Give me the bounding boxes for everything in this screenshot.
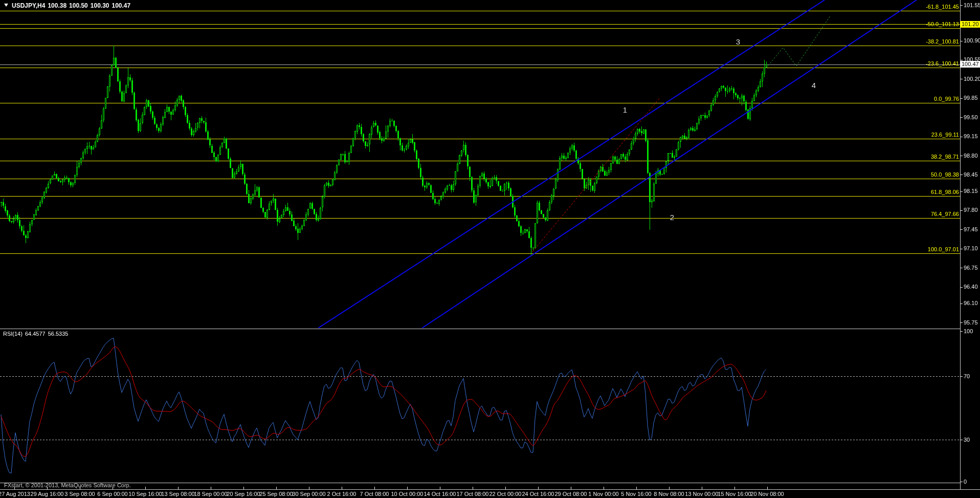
main-price-pane[interactable]	[0, 0, 960, 328]
time-axis-label: 14 Oct 16:00	[424, 491, 456, 497]
time-axis-label: 8 Nov 08:00	[654, 491, 684, 497]
title-open: 100.38	[48, 2, 66, 9]
title-low: 100.30	[91, 2, 109, 9]
time-axis-label: 3 Sep 08:00	[64, 491, 95, 497]
chart-title: USDJPY,H4100.38100.50100.30100.47	[4, 2, 133, 9]
time-axis-label: 29 Oct 08:00	[555, 491, 587, 497]
price-axis-label: 100.20	[964, 76, 980, 82]
fib-level-label: -23.6_100.41	[926, 60, 959, 67]
price-axis-label: 96.40	[964, 284, 978, 290]
wave-number-label: 3	[736, 38, 740, 45]
time-axis-label: 24 Oct 16:00	[522, 491, 554, 497]
price-axis[interactable]	[960, 0, 980, 489]
time-axis-label: 18 Sep 00:00	[194, 491, 227, 497]
rsi-value-main: 64.4577	[25, 331, 46, 337]
price-axis-label: 96.75	[964, 265, 978, 271]
price-axis-label: 98.45	[964, 171, 978, 178]
fib-level-label: 38.2_98.71	[931, 154, 959, 160]
rsi-axis-label: 100	[964, 328, 973, 335]
price-axis-label: 101.55	[964, 2, 980, 9]
time-axis-label: 20 Sep 16:00	[227, 491, 260, 497]
price-axis-label: 98.15	[964, 188, 978, 194]
price-axis-label: 99.15	[964, 133, 978, 140]
fib-level-label: 50.0_98.38	[931, 171, 959, 178]
title-high: 100.50	[69, 2, 88, 9]
rsi-pane[interactable]	[0, 329, 960, 483]
rsi-axis-label: 0	[964, 479, 967, 485]
time-axis-label: 7 Oct 08:00	[360, 491, 389, 497]
symbol-dropdown-icon[interactable]	[4, 4, 8, 7]
time-axis-label: 25 Sep 08:00	[259, 491, 293, 497]
wave-number-label: 4	[812, 82, 816, 89]
rsi-name: RSI(14)	[3, 331, 23, 337]
price-axis-label: 97.10	[964, 245, 978, 252]
time-axis-label: 6 Sep 00:00	[97, 491, 127, 497]
time-axis-label: 30 Sep 00:00	[292, 491, 325, 497]
rsi-indicator-label: RSI(14)64.457756.5335	[3, 331, 71, 337]
title-symbol: USDJPY,H4	[12, 2, 45, 9]
price-axis-label: 97.80	[964, 207, 978, 213]
time-axis-label: 22 Oct 00:00	[489, 491, 522, 497]
fib-level-label: 100.0_97.01	[928, 246, 959, 253]
rsi-axis-label: 30	[964, 437, 970, 443]
fib-level-label: 0.0_99.76	[934, 96, 959, 102]
time-axis-label: 10 Oct 00:00	[391, 491, 424, 497]
mt4-chart-window: 101.55101.20100.90100.55100.2099.8599.50…	[0, 0, 980, 498]
rsi-axis-label: 70	[964, 373, 970, 380]
price-axis-label: 99.85	[964, 95, 978, 101]
time-axis-label: 10 Sep 16:00	[128, 491, 162, 497]
fib-level-label: 23.6_99.11	[931, 132, 959, 138]
time-axis-label: 29 Aug 16:00	[31, 491, 64, 497]
time-axis-label: 17 Oct 08:00	[457, 491, 489, 497]
fib-level-label: -50.0_101.13	[926, 21, 959, 28]
fib-level-label: -38.2_100.81	[926, 38, 959, 45]
price-badge-current: 100.47	[960, 61, 980, 68]
rsi-value-signal: 56.5335	[48, 331, 69, 337]
price-axis-label: 98.80	[964, 153, 978, 159]
time-axis-label: 2 Oct 16:00	[327, 491, 357, 497]
time-axis-label: 15 Nov 16:00	[718, 491, 751, 497]
time-axis-label: 13 Sep 08:00	[161, 491, 194, 497]
time-axis-label: 5 Nov 16:00	[621, 491, 651, 497]
price-badge-alert: 101.20	[960, 21, 980, 28]
time-axis-label: 20 Nov 08:00	[750, 491, 784, 497]
fib-level-label: -61.8_101.45	[926, 4, 959, 10]
copyright-text: FXstart, © 2001-2013, MetaQuotes Softwar…	[4, 482, 131, 488]
title-close: 100.47	[112, 2, 130, 9]
wave-number-label: 2	[670, 214, 674, 221]
time-axis-label: 1 Nov 00:00	[588, 491, 618, 497]
price-axis-label: 97.45	[964, 226, 978, 233]
fib-level-label: 76.4_97.66	[931, 211, 959, 218]
wave-number-label: 1	[623, 106, 627, 113]
time-axis-label: 13 Nov 00:00	[685, 491, 718, 497]
price-axis-label: 95.75	[964, 319, 978, 326]
price-axis-label: 96.10	[964, 300, 978, 307]
time-axis-label: 27 Aug 2013	[0, 491, 30, 497]
fib-level-label: 61.8_98.06	[931, 189, 959, 196]
price-axis-label: 100.90	[964, 37, 980, 44]
price-axis-label: 99.50	[964, 114, 978, 121]
